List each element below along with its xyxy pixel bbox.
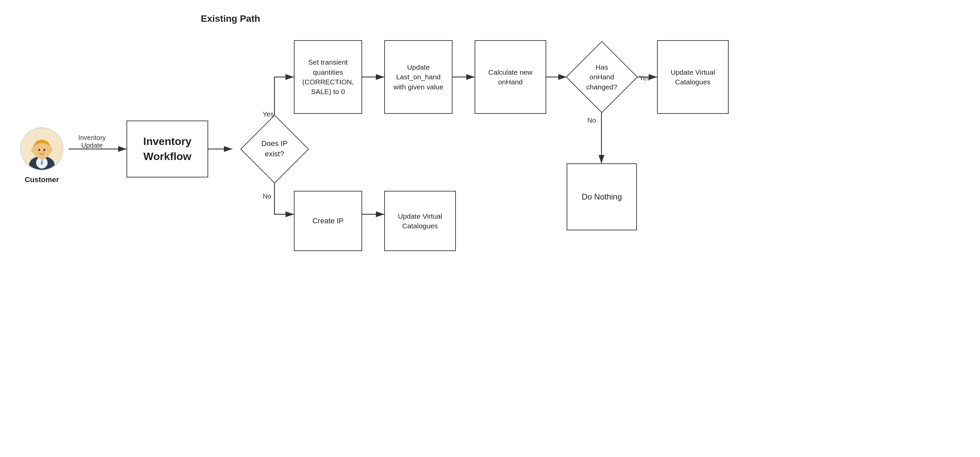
yes-top-label: Yes [263,110,274,118]
yes-right-label: Yes [639,74,650,82]
no-bottom-label: No [263,193,272,200]
has-onhand-changed-diamond: HasonHandchanged? [566,40,637,114]
diagram-container: Existing Path [0,0,980,457]
no-down-label: No [587,116,596,124]
avatar-image [20,127,64,171]
update-virtual-catalogues-no-box: Update VirtualCatalogues [384,191,456,251]
do-nothing-box: Do Nothing [566,163,637,230]
inventory-workflow-box: InventoryWorkflow [127,121,208,177]
svg-point-17 [32,147,35,152]
svg-point-15 [38,149,40,151]
svg-point-18 [49,147,52,152]
inventory-update-label: InventoryUpdate [72,134,112,149]
customer-avatar: Customer [20,127,64,184]
calculate-new-onhand-box: Calculate newonHand [475,40,546,114]
create-ip-box: Create IP [294,191,362,251]
update-last-on-hand-box: UpdateLast_on_handwith given value [384,40,452,114]
customer-label: Customer [25,175,59,184]
diagram-title: Existing Path [201,13,260,24]
set-transient-box: Set transientquantities(CORRECTION,SALE)… [294,40,362,114]
update-virtual-catalogues-yes-box: Update VirtualCatalogues [657,40,729,114]
does-ip-exist-diamond: Does IPexist? [232,116,317,183]
svg-point-16 [43,149,46,151]
